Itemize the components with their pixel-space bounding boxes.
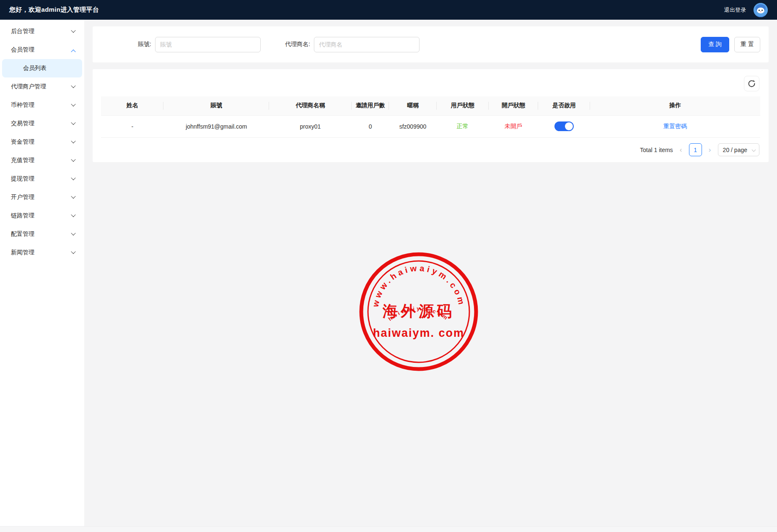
sidebar: 后台管理 会员管理 会员列表 代理商户管理 币种管理 交易管理 资金管理 充值管…	[0, 20, 84, 526]
stamp-bottom-arc-text: haiwaiym.com	[387, 305, 450, 322]
topbar: 您好，欢迎admin进入管理平台 退出登录	[0, 0, 777, 20]
table-panel: 姓名 賬號 代理商名稱 邀請用戶數 暱稱 用戶狀態 開戶狀態 是否啟用 操作 -…	[93, 69, 769, 162]
reset-button[interactable]: 重 置	[734, 37, 760, 52]
stamp-center-text: 海外源码	[382, 302, 455, 320]
chevron-down-icon	[71, 249, 75, 253]
cell-enabled	[538, 115, 590, 137]
cell-account: johnffsm91@gmail.com	[163, 115, 269, 137]
cell-open-status: 未開戶	[489, 115, 538, 137]
prev-page-button[interactable]: ‹	[677, 146, 685, 153]
sidebar-item-trade[interactable]: 交易管理	[0, 114, 84, 133]
col-actions: 操作	[590, 96, 760, 115]
chevron-down-icon	[71, 138, 75, 143]
chevron-down-icon	[71, 230, 75, 235]
cell-agent: proxy01	[269, 115, 352, 137]
search-panel: 賬號: 代理商名: 查 詢 重 置	[93, 26, 769, 62]
sidebar-item-funds[interactable]: 资金管理	[0, 133, 84, 151]
cell-invited: 0	[352, 115, 389, 137]
chevron-up-icon	[71, 49, 75, 54]
chevron-down-icon	[71, 212, 75, 217]
col-account: 賬號	[163, 96, 269, 115]
sidebar-item-currency[interactable]: 币种管理	[0, 96, 84, 114]
query-button[interactable]: 查 詢	[701, 37, 729, 52]
sidebar-item-links[interactable]: 链路管理	[0, 207, 84, 225]
chevron-down-icon	[71, 175, 75, 180]
svg-text:haiwaiym.com: haiwaiym.com	[387, 305, 450, 322]
col-enabled: 是否啟用	[538, 96, 590, 115]
watermark-stamp: www.haiwaiym.com 海外源码 haiwaiym. com haiw…	[357, 251, 480, 373]
sidebar-item-recharge[interactable]: 充值管理	[0, 151, 84, 170]
stamp-bold-text: haiwaiym. com	[373, 327, 464, 339]
refresh-icon	[748, 80, 756, 88]
chevron-down-icon	[71, 157, 75, 161]
sidebar-item-config[interactable]: 配置管理	[0, 225, 84, 243]
refresh-button[interactable]	[744, 76, 759, 91]
robot-avatar-icon	[754, 3, 768, 17]
account-input[interactable]	[155, 37, 261, 52]
cell-name: -	[101, 115, 163, 137]
svg-text:www.haiwaiym.com: www.haiwaiym.com	[370, 263, 467, 308]
col-user-status: 用戶狀態	[437, 96, 489, 115]
welcome-text: 您好，欢迎admin进入管理平台	[9, 6, 99, 14]
cell-nickname: sfz009900	[389, 115, 436, 137]
col-invited: 邀請用戶數	[352, 96, 389, 115]
chevron-down-icon	[71, 194, 75, 198]
reset-password-link[interactable]: 重置密碼	[663, 123, 687, 129]
sidebar-item-members[interactable]: 会员管理	[0, 41, 84, 59]
table-row: - johnffsm91@gmail.com proxy01 0 sfz0099…	[101, 115, 760, 137]
col-name: 姓名	[101, 96, 163, 115]
sidebar-item-member-list[interactable]: 会员列表	[2, 59, 82, 77]
chevron-down-icon	[752, 148, 756, 152]
col-nickname: 暱稱	[389, 96, 436, 115]
chevron-down-icon	[71, 120, 75, 124]
sidebar-item-withdraw[interactable]: 提现管理	[0, 170, 84, 188]
main-content: 賬號: 代理商名: 查 詢 重 置	[84, 20, 777, 532]
logout-button[interactable]: 退出登录	[724, 6, 746, 14]
enable-toggle[interactable]	[554, 121, 574, 131]
members-table: 姓名 賬號 代理商名稱 邀請用戶數 暱稱 用戶狀態 開戶狀態 是否啟用 操作 -…	[101, 96, 760, 138]
horizontal-scrollbar[interactable]	[0, 526, 777, 532]
cell-user-status: 正常	[437, 115, 489, 137]
col-agent: 代理商名稱	[269, 96, 352, 115]
chevron-down-icon	[71, 101, 75, 106]
sidebar-item-backend[interactable]: 后台管理	[0, 22, 84, 41]
next-page-button[interactable]: ›	[706, 146, 714, 153]
sidebar-item-agents[interactable]: 代理商户管理	[0, 77, 84, 96]
agent-name-input[interactable]	[314, 37, 420, 52]
chevron-down-icon	[71, 83, 75, 88]
agent-name-label: 代理商名:	[285, 41, 310, 48]
page-size-select[interactable]: 20 / page	[718, 143, 759, 156]
sidebar-item-account-open[interactable]: 开户管理	[0, 188, 84, 207]
chevron-down-icon	[71, 28, 75, 32]
cell-actions: 重置密碼	[590, 115, 760, 137]
sidebar-item-news[interactable]: 新闻管理	[0, 243, 84, 262]
stamp-top-arc-text: www.haiwaiym.com	[370, 263, 467, 308]
user-avatar[interactable]	[754, 3, 768, 17]
pagination-total: Total 1 items	[640, 147, 673, 153]
pagination: Total 1 items ‹ 1 › 20 / page	[101, 138, 760, 162]
account-label: 賬號:	[138, 41, 151, 48]
table-header-row: 姓名 賬號 代理商名稱 邀請用戶數 暱稱 用戶狀態 開戶狀態 是否啟用 操作	[101, 96, 760, 115]
col-open-status: 開戶狀態	[489, 96, 538, 115]
page-number-button[interactable]: 1	[689, 143, 702, 156]
